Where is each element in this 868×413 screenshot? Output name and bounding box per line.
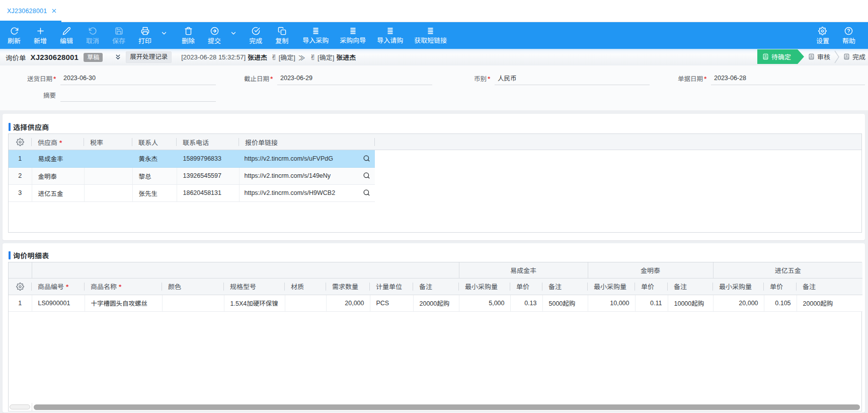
- column-header-contact[interactable]: 联系人: [132, 134, 177, 150]
- print-button[interactable]: 打印: [132, 22, 158, 49]
- column-header-material[interactable]: 材质: [285, 278, 326, 295]
- search-icon[interactable]: [363, 155, 370, 162]
- tax-rate-cell[interactable]: [84, 184, 132, 201]
- import-purchase-button[interactable]: 导入采购: [297, 22, 334, 49]
- workflow-step-complete[interactable]: 完成: [843, 52, 865, 61]
- double-chevron-down-icon[interactable]: [115, 54, 121, 60]
- item-name-cell[interactable]: 十字槽圆头自攻螺丝: [85, 295, 162, 311]
- workflow-step-review[interactable]: 审核: [808, 52, 830, 61]
- column-header-remark[interactable]: 备注: [542, 278, 588, 295]
- quote-link-cell[interactable]: https://v2.tincrm.com/s/uFVPdG: [239, 150, 375, 167]
- search-icon[interactable]: [363, 172, 370, 179]
- unit-price-cell[interactable]: 0.11: [635, 295, 668, 311]
- spec-cell[interactable]: 1.5X4加硬环保镍: [224, 295, 285, 311]
- tab-document[interactable]: XJ230628001: [0, 0, 61, 22]
- column-header-remark[interactable]: 备注: [413, 278, 459, 295]
- column-header-unit[interactable]: 计量单位: [370, 278, 413, 295]
- deadline-date-input[interactable]: 2023-06-29: [277, 72, 432, 85]
- supplier-row-2[interactable]: 2 金明泰 黎总 13926545597 https://v2.tincrm.c…: [9, 167, 375, 184]
- quote-link-cell[interactable]: https://v2.tincrm.com/s/H9WCB2: [239, 184, 375, 201]
- column-header-color[interactable]: 颜色: [162, 278, 224, 295]
- column-header-min-qty[interactable]: 最小采购量: [713, 278, 764, 295]
- tab-close-icon[interactable]: [51, 8, 57, 14]
- supplier-name-cell[interactable]: 易成金丰: [32, 150, 84, 167]
- remark-cell[interactable]: 20000起购: [413, 295, 459, 311]
- column-header-unit-price[interactable]: 单价: [635, 278, 668, 295]
- quote-link-cell[interactable]: https://v2.tincrm.com/s/149eNy: [239, 167, 375, 184]
- column-settings-header[interactable]: [9, 278, 32, 295]
- summary-input[interactable]: [60, 88, 216, 102]
- edit-button[interactable]: 编辑: [53, 22, 80, 49]
- submit-button[interactable]: 提交: [201, 22, 227, 49]
- supplier-row-1[interactable]: 1 易成金丰 黄永杰 15899796833 https://v2.tincrm…: [9, 150, 375, 167]
- contact-cell[interactable]: 黎总: [132, 167, 177, 184]
- history-user: 张进杰: [336, 52, 356, 62]
- purchase-wizard-button[interactable]: 采购向导: [334, 22, 371, 49]
- quote-remark-cell[interactable]: 5000起购: [542, 295, 588, 311]
- phone-cell[interactable]: 13926545597: [177, 167, 239, 184]
- phone-cell[interactable]: 15899796833: [177, 150, 239, 167]
- refresh-button[interactable]: 刷新: [1, 22, 27, 49]
- unit-price-cell[interactable]: 0.13: [510, 295, 542, 311]
- unit-cell[interactable]: PCS: [370, 295, 413, 311]
- min-qty-cell[interactable]: 20,000: [713, 295, 764, 311]
- column-header-item-name[interactable]: 商品名称*: [85, 278, 162, 295]
- contact-cell[interactable]: 黄永杰: [132, 150, 177, 167]
- cancel-button[interactable]: 取消: [80, 22, 106, 49]
- add-new-button[interactable]: 新增: [27, 22, 53, 49]
- color-cell[interactable]: [162, 295, 224, 311]
- column-header-unit-price[interactable]: 单价: [510, 278, 542, 295]
- min-qty-cell[interactable]: 5,000: [459, 295, 510, 311]
- import-requisition-button[interactable]: 导入请购: [371, 22, 409, 49]
- currency-input[interactable]: 人民币: [495, 72, 650, 85]
- column-header-item-no[interactable]: 商品编号*: [32, 278, 85, 295]
- detail-row-1[interactable]: 1 LS0900001 十字槽圆头自攻螺丝 1.5X4加硬环保镍 20,000 …: [9, 295, 862, 311]
- supplier-name-cell[interactable]: 进亿五金: [32, 184, 84, 201]
- document-date-input[interactable]: 2023-06-28: [711, 72, 865, 85]
- column-header-min-qty[interactable]: 最小采购量: [459, 278, 510, 295]
- detail-table-header-row: 商品编号* 商品名称* 颜色 规格型号 材质 需求数量 计量单位 备注 最小采购…: [9, 278, 862, 295]
- column-header-min-qty[interactable]: 最小采购量: [588, 278, 635, 295]
- submit-dropdown-button[interactable]: [227, 22, 240, 49]
- workflow-step-label: 审核: [817, 52, 830, 61]
- quantity-cell[interactable]: 20,000: [326, 295, 370, 311]
- help-button[interactable]: 帮助: [836, 22, 862, 49]
- column-header-quantity[interactable]: 需求数量: [326, 278, 370, 295]
- contact-cell[interactable]: 张先生: [132, 184, 177, 201]
- settings-button[interactable]: 设置: [810, 22, 836, 49]
- column-header-quote-link[interactable]: 报价单链接: [239, 134, 375, 150]
- get-short-link-button[interactable]: 获取短链接: [409, 22, 452, 49]
- horizontal-scrollbar-thumb[interactable]: [34, 404, 860, 410]
- workflow-step-pending-confirmation[interactable]: 待确定: [757, 49, 804, 64]
- phone-cell[interactable]: 18620458131: [177, 184, 239, 201]
- column-settings-header[interactable]: [9, 134, 32, 150]
- frozen-pane-scrollbar-thumb[interactable]: [10, 404, 30, 409]
- save-button[interactable]: 保存: [106, 22, 132, 49]
- min-qty-cell[interactable]: 10,000: [588, 295, 635, 311]
- copy-button[interactable]: 复制: [269, 22, 295, 49]
- search-icon[interactable]: [363, 189, 370, 196]
- section-title-text: 询价明细表: [13, 250, 49, 260]
- delivery-date-input[interactable]: 2023-06-30: [60, 72, 216, 85]
- field-label-box: 摘要: [0, 90, 56, 100]
- tax-rate-cell[interactable]: [84, 167, 132, 184]
- quote-remark-cell[interactable]: 20000起购: [797, 295, 862, 311]
- item-no-cell[interactable]: LS0900001: [32, 295, 85, 311]
- delete-button[interactable]: 删除: [175, 22, 201, 49]
- material-cell[interactable]: [285, 295, 326, 311]
- column-header-phone[interactable]: 联系电话: [177, 134, 239, 150]
- supplier-name-cell[interactable]: 金明泰: [32, 167, 84, 184]
- supplier-row-3[interactable]: 3 进亿五金 张先生 18620458131 https://v2.tincrm…: [9, 184, 375, 201]
- complete-button[interactable]: 完成: [243, 22, 269, 49]
- column-header-spec[interactable]: 规格型号: [224, 278, 285, 295]
- unit-price-cell[interactable]: 0.105: [764, 295, 797, 311]
- print-dropdown-button[interactable]: [158, 22, 170, 49]
- column-header-remark[interactable]: 备注: [668, 278, 713, 295]
- quote-remark-cell[interactable]: 10000起购: [668, 295, 713, 311]
- column-header-supplier[interactable]: 供应商*: [32, 134, 84, 150]
- column-header-tax-rate[interactable]: 税率: [84, 134, 132, 150]
- column-header-remark[interactable]: 备注: [797, 278, 862, 295]
- expand-history-button[interactable]: 展开处理记录: [126, 51, 172, 63]
- tax-rate-cell[interactable]: [84, 150, 132, 167]
- column-header-unit-price[interactable]: 单价: [764, 278, 797, 295]
